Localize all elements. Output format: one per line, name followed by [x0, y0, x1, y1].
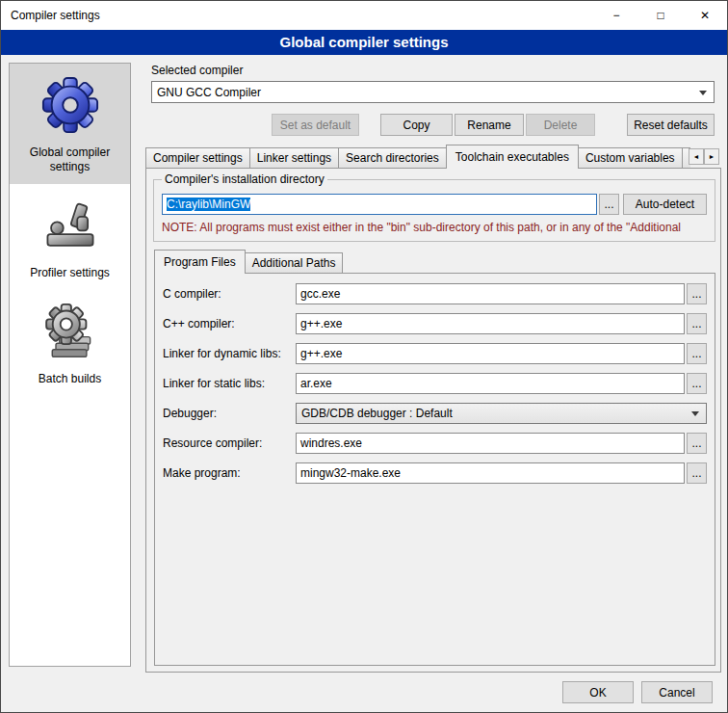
- linker-static-label: Linker for static libs:: [163, 377, 296, 390]
- program-files-panel: C compiler: gcc.exe ... C++ compiler: g+…: [154, 273, 715, 666]
- install-dir-browse-button[interactable]: ...: [599, 194, 619, 215]
- chevron-down-icon: [691, 411, 699, 416]
- install-dir-note: NOTE: All programs must exist either in …: [162, 221, 707, 234]
- c-compiler-label: C compiler:: [163, 287, 296, 301]
- subtab-program-files[interactable]: Program Files: [154, 250, 246, 274]
- debugger-select[interactable]: GDB/CDB debugger : Default: [296, 403, 707, 424]
- compiler-action-buttons: Set as default Copy Rename Delete Reset …: [151, 114, 715, 136]
- close-button[interactable]: ✕: [683, 1, 727, 30]
- c-compiler-input[interactable]: gcc.exe: [296, 283, 685, 304]
- compiler-select[interactable]: GNU GCC Compiler: [151, 81, 715, 103]
- tab-search-directories[interactable]: Search directories: [338, 147, 447, 168]
- toolchain-panel: Compiler's installation directory C:\ray…: [145, 168, 721, 673]
- tab-scroll-arrows: ◄ ►: [689, 148, 719, 165]
- titlebar: Compiler settings − □ ✕: [1, 1, 727, 30]
- dialog-footer: OK Cancel: [555, 681, 713, 703]
- linker-dynamic-label: Linker for dynamic libs:: [163, 347, 296, 360]
- auto-detect-button[interactable]: Auto-detect: [623, 194, 707, 215]
- sidebar-item-profiler-settings[interactable]: Profiler settings: [10, 184, 130, 290]
- gray-gear-stack-icon: [39, 300, 102, 363]
- profiler-tool-icon: [39, 194, 102, 257]
- rename-button[interactable]: Rename: [455, 114, 524, 136]
- resource-compiler-label: Resource compiler:: [163, 436, 296, 450]
- sidebar-item-label: Global compiler settings: [12, 145, 128, 174]
- tab-scroll-left-icon[interactable]: ◄: [689, 148, 704, 165]
- subtab-additional-paths[interactable]: Additional Paths: [245, 252, 344, 273]
- resource-compiler-input[interactable]: windres.exe: [296, 433, 685, 454]
- ok-button[interactable]: OK: [562, 681, 634, 703]
- field-row-c-compiler: C compiler: gcc.exe ...: [163, 283, 707, 304]
- tab-compiler-settings[interactable]: Compiler settings: [145, 147, 250, 168]
- field-row-linker-static: Linker for static libs: ar.exe ...: [163, 373, 707, 394]
- c-compiler-browse-button[interactable]: ...: [687, 283, 707, 304]
- linker-static-browse-button[interactable]: ...: [687, 373, 707, 394]
- window-controls: − □ ✕: [594, 1, 727, 30]
- sidebar-item-label: Profiler settings: [30, 266, 110, 280]
- cancel-button[interactable]: Cancel: [641, 681, 713, 703]
- resource-compiler-browse-button[interactable]: ...: [687, 433, 707, 454]
- chevron-down-icon: [699, 91, 707, 95]
- debugger-label: Debugger:: [163, 407, 296, 420]
- sidebar-item-global-compiler-settings[interactable]: Global compiler settings: [10, 64, 130, 184]
- install-dir-groupbox: Compiler's installation directory C:\ray…: [153, 172, 715, 242]
- make-program-label: Make program:: [163, 466, 296, 480]
- selected-compiler-label: Selected compiler: [151, 64, 243, 77]
- field-row-cpp-compiler: C++ compiler: g++.exe ...: [163, 313, 707, 334]
- compiler-settings-dialog: Compiler settings − □ ✕ Global compiler …: [0, 0, 728, 713]
- field-row-linker-dynamic: Linker for dynamic libs: g++.exe ...: [163, 343, 707, 364]
- cpp-compiler-value: g++.exe: [300, 317, 342, 330]
- blue-gear-icon: [39, 73, 102, 137]
- window-title: Compiler settings: [1, 9, 100, 22]
- tab-scroll-right-icon[interactable]: ►: [704, 148, 719, 165]
- tab-linker-settings[interactable]: Linker settings: [249, 147, 339, 168]
- make-program-browse-button[interactable]: ...: [687, 462, 707, 484]
- c-compiler-value: gcc.exe: [300, 287, 340, 301]
- reset-defaults-button[interactable]: Reset defaults: [627, 114, 715, 136]
- tab-custom-variables[interactable]: Custom variables: [578, 147, 683, 168]
- linker-dynamic-value: g++.exe: [300, 347, 342, 360]
- sidebar-item-label: Batch builds: [39, 372, 101, 386]
- sidebar: Global compiler settings: [9, 63, 131, 667]
- cpp-compiler-label: C++ compiler:: [163, 317, 296, 330]
- install-dir-row: C:\raylib\MinGW ... Auto-detect: [162, 194, 707, 215]
- minimize-button[interactable]: −: [594, 1, 638, 30]
- set-as-default-button[interactable]: Set as default: [272, 114, 359, 136]
- copy-button[interactable]: Copy: [380, 114, 453, 136]
- page-title: Global compiler settings: [1, 30, 727, 55]
- resource-compiler-value: windres.exe: [300, 436, 362, 450]
- main-content: Selected compiler GNU GCC Compiler Set a…: [145, 61, 721, 677]
- cpp-compiler-input[interactable]: g++.exe: [296, 313, 685, 334]
- sidebar-item-batch-builds[interactable]: Batch builds: [10, 290, 130, 396]
- linker-dynamic-input[interactable]: g++.exe: [296, 343, 685, 364]
- install-dir-selected-text: C:\raylib\MinGW: [167, 198, 250, 211]
- field-row-resource-compiler: Resource compiler: windres.exe ...: [163, 433, 707, 454]
- field-row-make-program: Make program: mingw32-make.exe ...: [163, 462, 707, 484]
- make-program-input[interactable]: mingw32-make.exe: [296, 462, 685, 484]
- tabs-row: Compiler settings Linker settings Search…: [145, 145, 690, 169]
- cpp-compiler-browse-button[interactable]: ...: [687, 313, 707, 334]
- make-program-value: mingw32-make.exe: [300, 466, 401, 480]
- linker-static-value: ar.exe: [300, 377, 332, 390]
- install-dir-group-title: Compiler's installation directory: [162, 172, 327, 186]
- settings-tabstrip: Compiler settings Linker settings Search…: [145, 145, 721, 169]
- compiler-select-value: GNU GCC Compiler: [157, 86, 261, 99]
- install-dir-input[interactable]: C:\raylib\MinGW: [162, 194, 597, 215]
- linker-static-input[interactable]: ar.exe: [296, 373, 685, 394]
- linker-dynamic-browse-button[interactable]: ...: [687, 343, 707, 364]
- program-files-subtabs: Program Files Additional Paths: [154, 251, 342, 274]
- debugger-select-value: GDB/CDB debugger : Default: [301, 407, 453, 420]
- maximize-button[interactable]: □: [638, 1, 683, 30]
- tab-toolchain-executables[interactable]: Toolchain executables: [446, 145, 579, 169]
- field-row-debugger: Debugger: GDB/CDB debugger : Default: [163, 403, 707, 424]
- delete-button[interactable]: Delete: [526, 114, 595, 136]
